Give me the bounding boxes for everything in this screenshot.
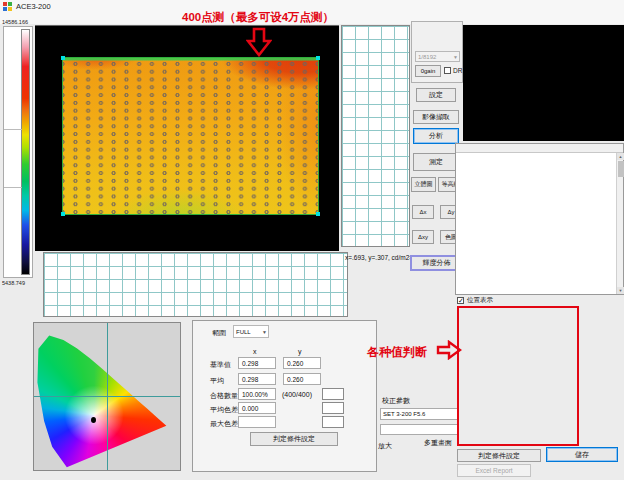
max-diff-field[interactable]: [238, 416, 276, 428]
camera-preview: [463, 25, 624, 141]
color-scale: [3, 26, 33, 278]
average-label: 平均: [210, 376, 224, 386]
range-value: FULL: [236, 329, 251, 335]
exposure-range-select[interactable]: 1/8192 ▼: [415, 51, 460, 62]
zero-gain-button[interactable]: 0gain: [415, 65, 441, 77]
average-x-field[interactable]: 0.298: [238, 373, 276, 385]
calibration-field[interactable]: SET 3-200 F5.6: [380, 408, 458, 420]
scroll-down-icon[interactable]: ▼: [617, 287, 624, 294]
annotation-right-arrow: [436, 340, 462, 360]
range-condition-button[interactable]: 判定條件設定: [250, 432, 338, 446]
range-label: 範圍: [212, 328, 226, 338]
zoom-label: 放大: [378, 441, 392, 451]
avg-diff-label: 平均色差: [210, 405, 238, 415]
scale-min-label: 5438.749: [2, 280, 36, 286]
col-y-header: y: [298, 348, 302, 355]
reference-label: 基準值: [210, 360, 231, 370]
application-window: ACE3-200 14586.166 5438.749 x=.693, y=.3…: [0, 0, 624, 480]
judge-condition-button[interactable]: 判定條件設定: [457, 449, 541, 462]
pass-judge-box: [322, 388, 344, 400]
exposure-range-value: 1/8192: [418, 54, 436, 60]
cie-chromaticity-panel[interactable]: [33, 322, 181, 471]
heatmap-corner-marker: [316, 56, 320, 60]
col-x-header: x: [253, 348, 257, 355]
measurement-points-grid: [63, 58, 318, 214]
measurement-table[interactable]: ▲ ▼: [455, 143, 624, 295]
range-select[interactable]: FULL ▼: [233, 325, 269, 338]
scrollbar-thumb[interactable]: [618, 161, 624, 177]
cie-crosshair-horizontal: [34, 396, 180, 397]
dr-checkbox[interactable]: [444, 67, 451, 74]
delta-x-button[interactable]: Δx: [412, 205, 434, 219]
calibration-label: 校正參數: [382, 396, 410, 406]
pass-count-note: (400/400): [282, 391, 312, 398]
exposure-groupbox: 1/8192 ▼ 0gain DR: [411, 21, 463, 83]
max-diff-label: 最大色差: [210, 419, 238, 429]
avg-diff-field[interactable]: 0.000: [238, 402, 276, 414]
dr-label: DR: [453, 67, 462, 74]
table-scrollbar[interactable]: ▲ ▼: [616, 153, 623, 294]
window-title: ACE3-200: [16, 2, 51, 11]
reference-y-field[interactable]: 0.260: [283, 357, 321, 369]
stereo-view-button[interactable]: 立體圖: [411, 177, 436, 192]
dr-checkbox-row[interactable]: DR: [444, 67, 462, 74]
save-button[interactable]: 儲存: [546, 447, 618, 462]
chevron-down-icon: ▼: [262, 329, 267, 335]
app-icon: [3, 2, 12, 11]
delta-xy-button[interactable]: Δxy: [412, 230, 434, 244]
scale-tick: [4, 187, 22, 188]
average-y-field[interactable]: 0.260: [283, 373, 321, 385]
heatmap-corner-marker: [61, 56, 65, 60]
annotation-down-arrow: [246, 27, 272, 57]
annotation-values-text: 各种值判断: [367, 344, 427, 361]
multi-screen-label: 多重畫面: [424, 438, 452, 448]
image-capture-button[interactable]: 影像擷取: [413, 110, 459, 124]
excel-report-button: Excel Report: [457, 464, 531, 477]
heatmap-corner-marker: [61, 212, 65, 216]
measure-button[interactable]: 測定: [413, 153, 459, 171]
calibration-field-2[interactable]: [380, 424, 458, 435]
cie-measured-point: [91, 417, 96, 423]
measurement-image-area[interactable]: [35, 25, 339, 251]
scale-max-label: 14586.166: [2, 19, 36, 25]
analyze-button[interactable]: 分析: [413, 128, 459, 144]
pass-count-label: 合格數量: [210, 391, 238, 401]
statistics-panel: [455, 303, 624, 449]
scale-tick: [4, 129, 22, 130]
heatmap-corner-marker: [316, 212, 320, 216]
pass-count-field[interactable]: 100.00%: [238, 388, 276, 400]
chevron-down-icon: ▼: [453, 54, 458, 60]
avg-diff-judge-box: [322, 402, 344, 414]
table-header: [456, 144, 623, 153]
table-body[interactable]: [456, 153, 616, 294]
settings-button[interactable]: 設定: [416, 88, 456, 102]
annotation-points-text: 400点测（最多可设4万点测）: [182, 10, 334, 25]
vertical-profile-grid: [341, 25, 410, 247]
max-diff-judge-box: [322, 416, 344, 428]
color-scale-gradient: [21, 29, 30, 275]
scroll-up-icon[interactable]: ▲: [617, 153, 624, 160]
horizontal-profile-grid: [43, 252, 348, 317]
reference-x-field[interactable]: 0.298: [238, 357, 276, 369]
